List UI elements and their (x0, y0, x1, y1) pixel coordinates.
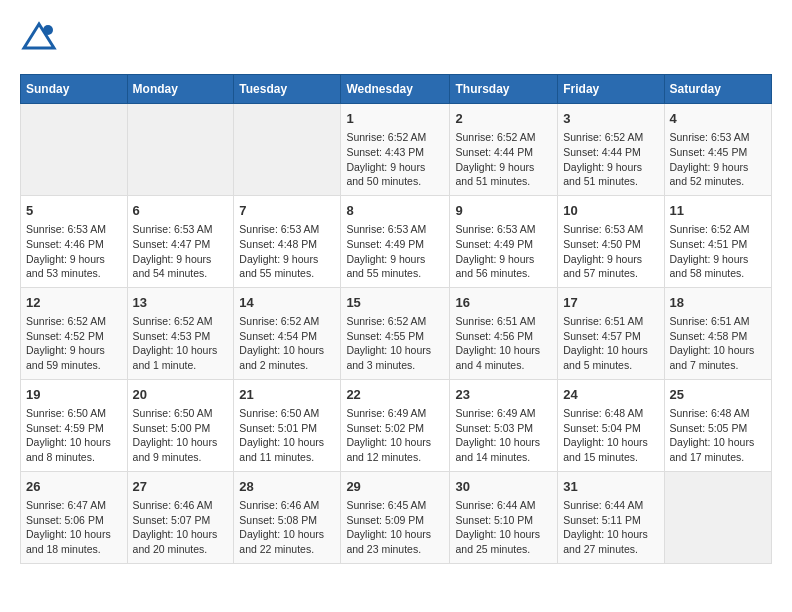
cell-info: Sunrise: 6:52 AM Sunset: 4:44 PM Dayligh… (455, 130, 552, 189)
calendar-cell: 11Sunrise: 6:52 AM Sunset: 4:51 PM Dayli… (664, 195, 772, 287)
day-number: 23 (455, 386, 552, 404)
calendar-cell: 16Sunrise: 6:51 AM Sunset: 4:56 PM Dayli… (450, 287, 558, 379)
cell-info: Sunrise: 6:49 AM Sunset: 5:02 PM Dayligh… (346, 406, 444, 465)
day-number: 31 (563, 478, 658, 496)
day-number: 2 (455, 110, 552, 128)
cell-info: Sunrise: 6:45 AM Sunset: 5:09 PM Dayligh… (346, 498, 444, 557)
cell-info: Sunrise: 6:48 AM Sunset: 5:05 PM Dayligh… (670, 406, 767, 465)
day-number: 29 (346, 478, 444, 496)
cell-info: Sunrise: 6:49 AM Sunset: 5:03 PM Dayligh… (455, 406, 552, 465)
cell-info: Sunrise: 6:46 AM Sunset: 5:07 PM Dayligh… (133, 498, 229, 557)
day-number: 7 (239, 202, 335, 220)
calendar-cell: 5Sunrise: 6:53 AM Sunset: 4:46 PM Daylig… (21, 195, 128, 287)
calendar-cell: 30Sunrise: 6:44 AM Sunset: 5:10 PM Dayli… (450, 471, 558, 563)
day-number: 25 (670, 386, 767, 404)
calendar-cell: 3Sunrise: 6:52 AM Sunset: 4:44 PM Daylig… (558, 104, 664, 196)
cell-info: Sunrise: 6:52 AM Sunset: 4:44 PM Dayligh… (563, 130, 658, 189)
header-cell-monday: Monday (127, 75, 234, 104)
cell-info: Sunrise: 6:52 AM Sunset: 4:43 PM Dayligh… (346, 130, 444, 189)
page-header (20, 20, 772, 58)
logo-icon (20, 20, 58, 58)
calendar-cell (127, 104, 234, 196)
cell-info: Sunrise: 6:44 AM Sunset: 5:10 PM Dayligh… (455, 498, 552, 557)
cell-info: Sunrise: 6:50 AM Sunset: 5:01 PM Dayligh… (239, 406, 335, 465)
header-cell-saturday: Saturday (664, 75, 772, 104)
cell-info: Sunrise: 6:51 AM Sunset: 4:57 PM Dayligh… (563, 314, 658, 373)
calendar-cell: 6Sunrise: 6:53 AM Sunset: 4:47 PM Daylig… (127, 195, 234, 287)
cell-info: Sunrise: 6:52 AM Sunset: 4:53 PM Dayligh… (133, 314, 229, 373)
cell-info: Sunrise: 6:48 AM Sunset: 5:04 PM Dayligh… (563, 406, 658, 465)
day-number: 13 (133, 294, 229, 312)
calendar-cell: 26Sunrise: 6:47 AM Sunset: 5:06 PM Dayli… (21, 471, 128, 563)
header-cell-sunday: Sunday (21, 75, 128, 104)
day-number: 22 (346, 386, 444, 404)
day-number: 3 (563, 110, 658, 128)
day-number: 9 (455, 202, 552, 220)
calendar-cell: 27Sunrise: 6:46 AM Sunset: 5:07 PM Dayli… (127, 471, 234, 563)
cell-info: Sunrise: 6:51 AM Sunset: 4:56 PM Dayligh… (455, 314, 552, 373)
calendar-cell: 29Sunrise: 6:45 AM Sunset: 5:09 PM Dayli… (341, 471, 450, 563)
header-cell-wednesday: Wednesday (341, 75, 450, 104)
calendar-cell: 8Sunrise: 6:53 AM Sunset: 4:49 PM Daylig… (341, 195, 450, 287)
calendar-cell: 13Sunrise: 6:52 AM Sunset: 4:53 PM Dayli… (127, 287, 234, 379)
cell-info: Sunrise: 6:53 AM Sunset: 4:45 PM Dayligh… (670, 130, 767, 189)
cell-info: Sunrise: 6:53 AM Sunset: 4:49 PM Dayligh… (346, 222, 444, 281)
calendar-table: SundayMondayTuesdayWednesdayThursdayFrid… (20, 74, 772, 564)
day-number: 5 (26, 202, 122, 220)
cell-info: Sunrise: 6:53 AM Sunset: 4:49 PM Dayligh… (455, 222, 552, 281)
calendar-cell: 12Sunrise: 6:52 AM Sunset: 4:52 PM Dayli… (21, 287, 128, 379)
calendar-cell: 19Sunrise: 6:50 AM Sunset: 4:59 PM Dayli… (21, 379, 128, 471)
cell-info: Sunrise: 6:53 AM Sunset: 4:47 PM Dayligh… (133, 222, 229, 281)
cell-info: Sunrise: 6:53 AM Sunset: 4:50 PM Dayligh… (563, 222, 658, 281)
day-number: 15 (346, 294, 444, 312)
day-number: 6 (133, 202, 229, 220)
day-number: 20 (133, 386, 229, 404)
day-number: 1 (346, 110, 444, 128)
day-number: 24 (563, 386, 658, 404)
day-number: 8 (346, 202, 444, 220)
calendar-cell: 15Sunrise: 6:52 AM Sunset: 4:55 PM Dayli… (341, 287, 450, 379)
day-number: 18 (670, 294, 767, 312)
header-cell-tuesday: Tuesday (234, 75, 341, 104)
calendar-cell: 14Sunrise: 6:52 AM Sunset: 4:54 PM Dayli… (234, 287, 341, 379)
calendar-cell: 23Sunrise: 6:49 AM Sunset: 5:03 PM Dayli… (450, 379, 558, 471)
day-number: 26 (26, 478, 122, 496)
calendar-week-4: 19Sunrise: 6:50 AM Sunset: 4:59 PM Dayli… (21, 379, 772, 471)
header-cell-friday: Friday (558, 75, 664, 104)
cell-info: Sunrise: 6:53 AM Sunset: 4:46 PM Dayligh… (26, 222, 122, 281)
calendar-cell: 10Sunrise: 6:53 AM Sunset: 4:50 PM Dayli… (558, 195, 664, 287)
day-number: 4 (670, 110, 767, 128)
calendar-cell (21, 104, 128, 196)
day-number: 30 (455, 478, 552, 496)
calendar-cell (234, 104, 341, 196)
day-number: 28 (239, 478, 335, 496)
cell-info: Sunrise: 6:52 AM Sunset: 4:51 PM Dayligh… (670, 222, 767, 281)
calendar-cell: 22Sunrise: 6:49 AM Sunset: 5:02 PM Dayli… (341, 379, 450, 471)
day-number: 19 (26, 386, 122, 404)
cell-info: Sunrise: 6:53 AM Sunset: 4:48 PM Dayligh… (239, 222, 335, 281)
cell-info: Sunrise: 6:47 AM Sunset: 5:06 PM Dayligh… (26, 498, 122, 557)
day-number: 10 (563, 202, 658, 220)
day-number: 11 (670, 202, 767, 220)
calendar-cell: 28Sunrise: 6:46 AM Sunset: 5:08 PM Dayli… (234, 471, 341, 563)
calendar-cell: 20Sunrise: 6:50 AM Sunset: 5:00 PM Dayli… (127, 379, 234, 471)
day-number: 12 (26, 294, 122, 312)
calendar-cell: 7Sunrise: 6:53 AM Sunset: 4:48 PM Daylig… (234, 195, 341, 287)
calendar-week-3: 12Sunrise: 6:52 AM Sunset: 4:52 PM Dayli… (21, 287, 772, 379)
logo (20, 20, 58, 58)
calendar-cell: 24Sunrise: 6:48 AM Sunset: 5:04 PM Dayli… (558, 379, 664, 471)
calendar-week-5: 26Sunrise: 6:47 AM Sunset: 5:06 PM Dayli… (21, 471, 772, 563)
calendar-week-1: 1Sunrise: 6:52 AM Sunset: 4:43 PM Daylig… (21, 104, 772, 196)
cell-info: Sunrise: 6:46 AM Sunset: 5:08 PM Dayligh… (239, 498, 335, 557)
calendar-cell: 9Sunrise: 6:53 AM Sunset: 4:49 PM Daylig… (450, 195, 558, 287)
day-number: 17 (563, 294, 658, 312)
calendar-cell: 21Sunrise: 6:50 AM Sunset: 5:01 PM Dayli… (234, 379, 341, 471)
cell-info: Sunrise: 6:44 AM Sunset: 5:11 PM Dayligh… (563, 498, 658, 557)
calendar-cell: 2Sunrise: 6:52 AM Sunset: 4:44 PM Daylig… (450, 104, 558, 196)
svg-point-2 (43, 25, 53, 35)
calendar-cell: 31Sunrise: 6:44 AM Sunset: 5:11 PM Dayli… (558, 471, 664, 563)
cell-info: Sunrise: 6:50 AM Sunset: 4:59 PM Dayligh… (26, 406, 122, 465)
cell-info: Sunrise: 6:52 AM Sunset: 4:55 PM Dayligh… (346, 314, 444, 373)
calendar-cell (664, 471, 772, 563)
day-number: 27 (133, 478, 229, 496)
